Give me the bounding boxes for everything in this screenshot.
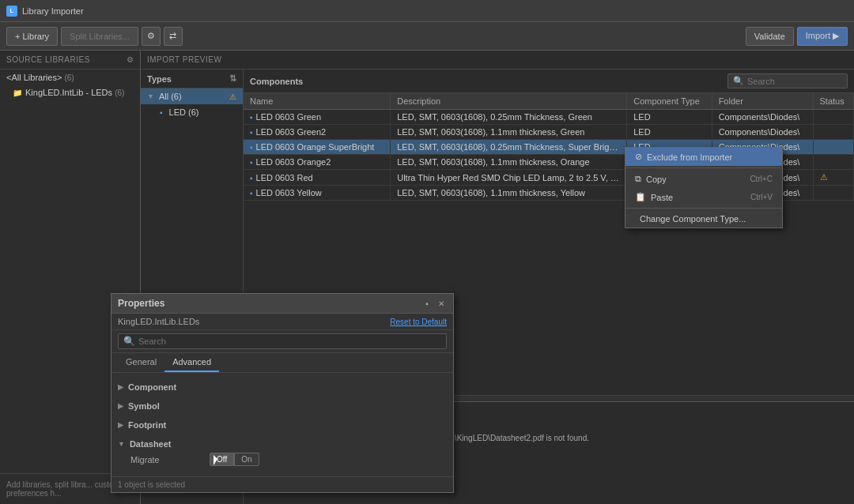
component-expand-icon: ▶ [118, 383, 123, 391]
settings-icon-button[interactable]: ⚙ [142, 27, 161, 46]
col-component-type: Component Type [627, 93, 712, 110]
cell-folder: Components\Diodes\ [712, 125, 813, 140]
col-description: Description [391, 93, 627, 110]
cell-status [813, 155, 854, 170]
toolbar: + Library Split Libraries... ⚙ ⇄ Validat… [0, 22, 854, 51]
cell-status [813, 186, 854, 201]
pin-button[interactable]: ▪ [421, 298, 433, 309]
tab-advanced[interactable]: Advanced [164, 353, 219, 372]
cell-description: LED, SMT, 0603(1608), 1.1mm thickness, Y… [391, 186, 627, 201]
symbol-expand-icon: ▶ [118, 402, 123, 410]
migrate-label: Migrate [130, 455, 210, 465]
search-box: 🔍 [727, 73, 848, 88]
section-footprint: ▶ Footprint [111, 416, 453, 434]
components-title: Components [250, 77, 303, 86]
ctx-divider-1 [625, 167, 782, 168]
cell-name: ▪LED 0603 Green2 [244, 125, 391, 140]
col-folder: Folder [712, 93, 813, 110]
title-bar: L Library Importer [0, 0, 854, 22]
properties-search-input[interactable] [138, 337, 441, 346]
properties-tabs: General Advanced [111, 353, 453, 373]
migrate-toggle: Off On [210, 453, 259, 466]
ctx-copy[interactable]: ⧉ Copy Ctrl+C [625, 170, 782, 188]
properties-controls: ▪ ✕ [421, 298, 447, 309]
footprint-expand-icon: ▶ [118, 421, 123, 429]
cell-name: ▪LED 0603 Yellow [244, 186, 391, 201]
ctx-paste[interactable]: 📋 Paste Ctrl+V [625, 188, 782, 206]
cell-component-type: LED [627, 110, 712, 125]
title-bar-title: Library Importer [22, 6, 84, 16]
cell-description: LED, SMT, 0603(1608), 0.25mm Thickness, … [391, 110, 627, 125]
table-row[interactable]: ▪LED 0603 Green2 LED, SMT, 0603(1608), 1… [244, 125, 854, 140]
section-component: ▶ Component [111, 378, 453, 397]
search-input[interactable] [747, 77, 842, 86]
properties-subtitle: KingLED.IntLib.LEDs Reset to Default [111, 314, 453, 330]
exclude-icon: ⊘ [635, 152, 642, 162]
app-icon: L [6, 6, 17, 17]
cell-folder: Components\Diodes\ [712, 110, 813, 125]
copy-icon: ⧉ [635, 174, 641, 184]
table-row[interactable]: ▪LED 0603 Green LED, SMT, 0603(1608), 0.… [244, 110, 854, 125]
import-preview-header: IMPORT PREVIEW [141, 51, 854, 70]
ctx-exclude[interactable]: ⊘ Exclude from Importer [625, 148, 782, 166]
cell-description: LED, SMT, 0603(1608), 0.25mm Thickness, … [391, 140, 627, 155]
properties-footer: 1 object is selected [111, 476, 453, 492]
cell-name: ▪LED 0603 Green [244, 110, 391, 125]
refresh-icon-button[interactable]: ⇄ [164, 27, 183, 46]
add-library-button[interactable]: + Library [6, 27, 58, 46]
type-item-all[interactable]: ▼ All (6) ⚠ [141, 88, 243, 104]
col-status: Status [813, 93, 854, 110]
import-button[interactable]: Import ▶ [797, 27, 848, 46]
properties-search-area: 🔍 [111, 330, 453, 353]
properties-header: Properties ▪ ✕ [111, 294, 453, 314]
sidebar-header: SOURCE LIBRARIES ⚙ [0, 51, 140, 70]
sidebar-all-libraries[interactable]: <All Libraries> (6) [0, 70, 140, 85]
split-libraries-button[interactable]: Split Libraries... [61, 27, 138, 46]
properties-title: Properties [118, 298, 164, 309]
cell-status [813, 125, 854, 140]
context-menu: ⊘ Exclude from Importer ⧉ Copy Ctrl+C 📋 … [625, 147, 783, 228]
properties-search-box: 🔍 [118, 333, 447, 349]
validate-button[interactable]: Validate [746, 27, 794, 46]
expand-icon: ▼ [147, 92, 154, 100]
search-icon: 🔍 [733, 76, 744, 86]
ctx-change-type[interactable]: Change Component Type... [625, 210, 782, 228]
section-datasheet: ▼ Datasheet Migrate Off On [111, 434, 453, 472]
col-name: Name [244, 93, 391, 110]
datasheet-expand-icon: ▼ [118, 440, 125, 448]
cell-status: ⚠ [813, 170, 854, 186]
sidebar-all-label: <All Libraries> (6) [6, 73, 74, 82]
cell-status [813, 110, 854, 125]
types-panel-header: Types ⇅ [141, 70, 243, 88]
sidebar-gear-icon[interactable]: ⚙ [127, 55, 134, 64]
migrate-off-button[interactable]: Off [210, 453, 234, 466]
close-button[interactable]: ✕ [436, 298, 447, 309]
warning-icon-all: ⚠ [229, 92, 236, 101]
components-header: Components 🔍 [244, 70, 854, 93]
cell-name: ▪LED 0603 Orange2 [244, 155, 391, 170]
cell-component-type: LED [627, 125, 712, 140]
properties-body: ▶ Component ▶ Symbol ▶ Footprint ▼ Datas… [111, 373, 453, 476]
section-footprint-header[interactable]: ▶ Footprint [118, 419, 447, 431]
cell-status [813, 140, 854, 155]
led-icon: ▪ [160, 108, 163, 117]
type-item-led[interactable]: ▪ LED (6) [141, 104, 243, 120]
search-icon-props: 🔍 [123, 336, 135, 347]
reset-to-default-link[interactable]: Reset to Default [390, 318, 447, 326]
sidebar-tree-item-kingled[interactable]: 📁 KingLED.IntLib - LEDs (6) [0, 85, 140, 100]
types-sort-icon[interactable]: ⇅ [229, 73, 236, 84]
section-symbol-header[interactable]: ▶ Symbol [118, 400, 447, 412]
cell-description: Ultra Thin Hyper Red SMD Chip LED Lamp, … [391, 170, 627, 186]
section-symbol: ▶ Symbol [111, 397, 453, 416]
section-datasheet-header[interactable]: ▼ Datasheet [118, 438, 447, 450]
cell-description: LED, SMT, 0603(1608), 1.1mm thickness, G… [391, 125, 627, 140]
cell-description: LED, SMT, 0603(1608), 1.1mm thickness, O… [391, 155, 627, 170]
cell-name: ▪LED 0603 Orange SuperBright [244, 140, 391, 155]
migrate-on-button[interactable]: On [234, 453, 259, 466]
tab-general[interactable]: General [118, 353, 164, 372]
folder-icon: 📁 [13, 88, 22, 97]
cell-name: ▪LED 0603 Red [244, 170, 391, 186]
section-component-header[interactable]: ▶ Component [118, 381, 447, 393]
ctx-divider-2 [625, 208, 782, 209]
paste-icon: 📋 [635, 192, 646, 202]
